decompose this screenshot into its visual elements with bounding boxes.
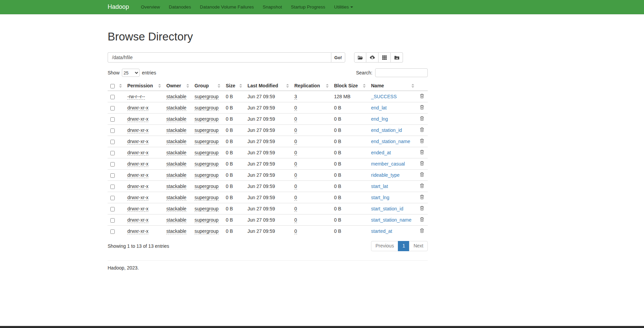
group-value[interactable]: supergroup: [195, 116, 219, 122]
permission-value[interactable]: drwxr-xr-x: [127, 184, 148, 189]
delete-icon[interactable]: [420, 105, 424, 110]
delete-icon[interactable]: [420, 127, 424, 132]
row-checkbox[interactable]: [110, 95, 115, 99]
header-select-all[interactable]: [108, 81, 125, 91]
nav-item-overview[interactable]: Overview: [136, 0, 164, 14]
permission-value[interactable]: -rw-r--r--: [127, 94, 145, 100]
delete-icon[interactable]: [420, 161, 424, 166]
sort-icon[interactable]: [218, 84, 220, 88]
row-checkbox[interactable]: [110, 106, 115, 110]
replication-value[interactable]: 0: [294, 217, 297, 223]
delete-icon[interactable]: [420, 172, 424, 177]
group-value[interactable]: supergroup: [195, 139, 219, 144]
nav-item-datanodes[interactable]: Datanodes: [164, 0, 195, 14]
sort-icon[interactable]: [363, 84, 366, 88]
owner-value[interactable]: stackable: [166, 105, 186, 111]
group-value[interactable]: supergroup: [195, 184, 219, 189]
permission-value[interactable]: drwxr-xr-x: [127, 127, 148, 133]
owner-value[interactable]: stackable: [166, 150, 186, 156]
replication-value[interactable]: 0: [294, 127, 297, 133]
delete-icon[interactable]: [420, 206, 424, 211]
file-link[interactable]: start_lat: [371, 184, 388, 189]
replication-value[interactable]: 0: [294, 206, 297, 212]
owner-value[interactable]: stackable: [166, 195, 186, 201]
go-button[interactable]: Go!: [331, 52, 345, 63]
row-checkbox[interactable]: [110, 218, 115, 223]
row-checkbox[interactable]: [110, 140, 115, 144]
replication-value[interactable]: 0: [294, 161, 297, 167]
row-checkbox[interactable]: [110, 117, 115, 122]
sort-icon[interactable]: [326, 84, 329, 88]
replication-value[interactable]: 0: [294, 105, 297, 111]
permission-value[interactable]: drwxr-xr-x: [127, 228, 148, 234]
upload-files-button[interactable]: [366, 52, 379, 63]
sort-icon[interactable]: [286, 84, 289, 88]
row-checkbox[interactable]: [110, 207, 115, 211]
nav-item-datanode-volume-failures[interactable]: Datanode Volume Failures: [196, 0, 258, 14]
search-input[interactable]: [375, 68, 428, 77]
group-value[interactable]: supergroup: [195, 195, 219, 201]
permission-value[interactable]: drwxr-xr-x: [127, 139, 148, 144]
replication-value[interactable]: 0: [294, 139, 297, 144]
header-last-modified[interactable]: Last Modified: [245, 81, 292, 91]
owner-value[interactable]: stackable: [166, 184, 186, 189]
owner-value[interactable]: stackable: [166, 94, 186, 100]
group-value[interactable]: supergroup: [195, 150, 219, 156]
file-link[interactable]: start_station_id: [371, 206, 403, 211]
replication-value[interactable]: 0: [294, 184, 297, 189]
row-checkbox[interactable]: [110, 196, 115, 200]
sort-icon[interactable]: [119, 84, 122, 88]
sort-icon[interactable]: [186, 84, 189, 88]
owner-value[interactable]: stackable: [166, 206, 186, 212]
permission-value[interactable]: drwxr-xr-x: [127, 116, 148, 122]
pagination-next-button[interactable]: Next: [409, 241, 428, 251]
file-link[interactable]: end_station_name: [371, 139, 410, 144]
header-permission[interactable]: Permission: [125, 81, 164, 91]
sort-icon[interactable]: [239, 84, 242, 88]
file-link[interactable]: start_station_name: [371, 217, 411, 223]
owner-value[interactable]: stackable: [166, 161, 186, 167]
group-value[interactable]: supergroup: [195, 105, 219, 111]
file-link[interactable]: end_station_id: [371, 127, 402, 133]
permission-value[interactable]: drwxr-xr-x: [127, 161, 148, 167]
header-name[interactable]: Name: [368, 81, 417, 91]
group-value[interactable]: supergroup: [195, 172, 219, 178]
replication-value[interactable]: 0: [294, 195, 297, 201]
delete-icon[interactable]: [420, 138, 424, 143]
group-value[interactable]: supergroup: [195, 94, 219, 100]
file-link[interactable]: rideable_type: [371, 172, 400, 178]
delete-icon[interactable]: [420, 93, 424, 99]
permission-value[interactable]: drwxr-xr-x: [127, 206, 148, 212]
nav-item-startup-progress[interactable]: Startup Progress: [287, 0, 330, 14]
delete-icon[interactable]: [420, 228, 424, 233]
header-group[interactable]: Group: [192, 81, 223, 91]
replication-value[interactable]: 0: [294, 150, 297, 156]
replication-value[interactable]: 0: [294, 228, 297, 234]
row-checkbox[interactable]: [110, 185, 115, 189]
file-link[interactable]: member_casual: [371, 161, 405, 167]
group-value[interactable]: supergroup: [195, 217, 219, 223]
replication-value[interactable]: 3: [294, 94, 297, 100]
header-replication[interactable]: Replication: [292, 81, 331, 91]
file-link[interactable]: start_lng: [371, 195, 389, 200]
delete-icon[interactable]: [420, 150, 424, 155]
header-block-size[interactable]: Block Size: [331, 81, 368, 91]
file-link[interactable]: end_lat: [371, 105, 387, 110]
grid-button[interactable]: [379, 52, 391, 63]
file-link[interactable]: _SUCCESS: [371, 94, 397, 99]
permission-value[interactable]: drwxr-xr-x: [127, 172, 148, 178]
header-size[interactable]: Size: [223, 81, 245, 91]
group-value[interactable]: supergroup: [195, 206, 219, 212]
replication-value[interactable]: 0: [294, 172, 297, 178]
sort-icon[interactable]: [158, 84, 161, 88]
group-value[interactable]: supergroup: [195, 161, 219, 167]
owner-value[interactable]: stackable: [166, 139, 186, 144]
create-directory-button[interactable]: [354, 52, 366, 63]
file-link[interactable]: ended_at: [371, 150, 391, 155]
group-value[interactable]: supergroup: [195, 127, 219, 133]
row-checkbox[interactable]: [110, 128, 115, 133]
row-checkbox[interactable]: [110, 162, 115, 167]
pagination-page-1-button[interactable]: 1: [398, 241, 409, 251]
replication-value[interactable]: 0: [294, 116, 297, 122]
owner-value[interactable]: stackable: [166, 116, 186, 122]
